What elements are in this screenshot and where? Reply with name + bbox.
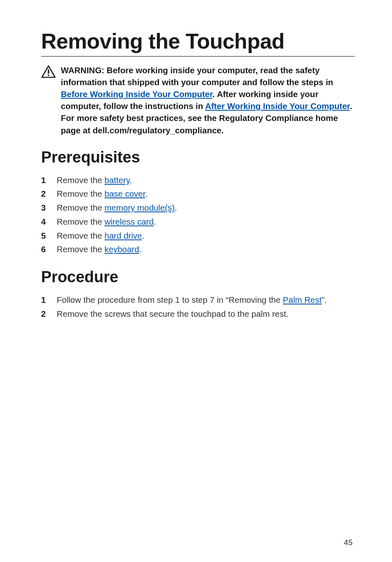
list-item: 1 Remove the battery. [41,174,355,187]
item-number: 2 [41,187,47,200]
item-number: 6 [41,243,47,256]
prerequisites-list: 1 Remove the battery. 2 Remove the base … [41,174,355,256]
item-number: 1 [41,293,47,307]
item-post: ”. [322,295,327,304]
list-item: 3 Remove the memory module(s). [41,201,355,214]
warning-block: WARNING: Before working inside your comp… [41,64,355,136]
list-item: 1 Follow the procedure from step 1 to st… [41,293,355,307]
item-pre: Remove the [57,175,104,185]
item-post: . [175,203,177,212]
procedure-heading: Procedure [41,268,355,286]
link-battery[interactable]: battery [104,175,129,185]
item-post: . [139,244,142,254]
page-number: 45 [344,538,353,547]
item-number: 3 [41,201,47,214]
list-item: 5 Remove the hard drive. [41,229,355,242]
svg-rect-1 [48,74,49,76]
warning-link-after[interactable]: After Working Inside Your Computer [205,101,350,111]
prerequisites-heading: Prerequisites [41,149,355,166]
warning-icon [41,65,56,78]
item-pre: Remove the screws that secure the touchp… [57,309,288,318]
procedure-list: 1 Follow the procedure from step 1 to st… [41,293,355,320]
page-title: Removing the Touchpad [41,29,355,57]
warning-prefix: WARNING: Before working inside your comp… [61,65,333,87]
item-text: Follow the procedure from step 1 to step… [57,293,327,307]
item-post: . [142,231,144,240]
item-text: Remove the screws that secure the touchp… [57,307,288,320]
list-item: 6 Remove the keyboard. [41,243,355,256]
item-pre: Follow the procedure from step 1 to step… [57,295,283,304]
item-pre: Remove the [57,217,104,226]
item-post: . [145,189,148,198]
item-pre: Remove the [57,189,104,198]
item-text: Remove the base cover. [57,187,148,200]
list-item: 2 Remove the screws that secure the touc… [41,307,355,320]
warning-link-before[interactable]: Before Working Inside Your Computer [61,89,212,99]
item-post: . [129,175,132,185]
link-wireless-card[interactable]: wireless card [104,217,154,226]
item-pre: Remove the [57,244,104,254]
warning-text: WARNING: Before working inside your comp… [61,64,355,136]
item-text: Remove the battery. [57,174,132,187]
svg-rect-0 [48,70,49,74]
item-number: 2 [41,307,47,320]
item-text: Remove the wireless card. [57,215,156,228]
item-text: Remove the hard drive. [57,229,144,242]
link-base-cover[interactable]: base cover [104,189,145,198]
item-pre: Remove the [57,203,104,212]
list-item: 2 Remove the base cover. [41,187,355,200]
item-number: 1 [41,174,47,187]
link-memory-module[interactable]: memory module(s) [104,203,175,212]
link-palm-rest[interactable]: Palm Rest [283,295,322,304]
link-keyboard[interactable]: keyboard [104,244,139,254]
link-hard-drive[interactable]: hard drive [104,231,142,240]
item-number: 5 [41,229,47,242]
item-text: Remove the memory module(s). [57,201,177,214]
list-item: 4 Remove the wireless card. [41,215,355,228]
item-text: Remove the keyboard. [57,243,141,256]
item-post: . [154,217,156,226]
item-number: 4 [41,215,47,228]
item-pre: Remove the [57,231,104,240]
